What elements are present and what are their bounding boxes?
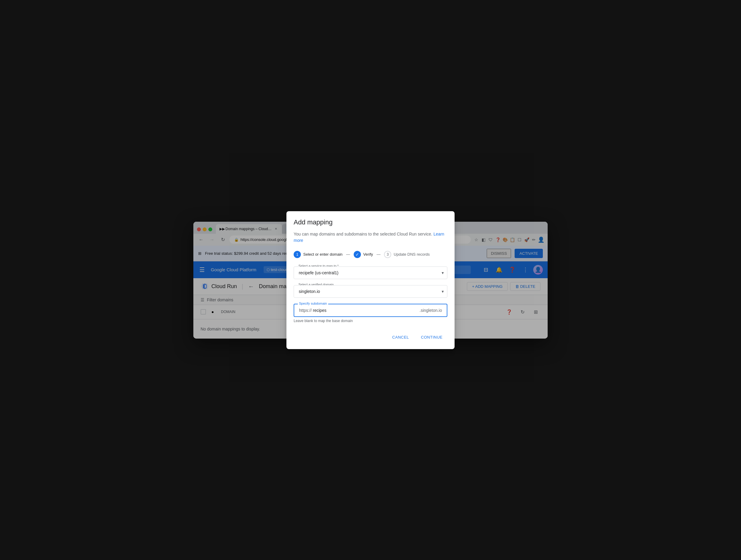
step-3-label: Update DNS records: [394, 252, 430, 257]
domain-select[interactable]: singleton.io: [294, 285, 447, 298]
dialog-actions: CANCEL CONTINUE: [294, 330, 447, 342]
step-sep-2: —: [377, 252, 381, 257]
dialog-overlay: Add mapping You can map domains and subd…: [0, 0, 741, 560]
steps-indicator: 1 Select or enter domain — ✓ Verify — 3 …: [294, 251, 447, 258]
service-select-wrapper: recipefe (us-central1) ▾: [294, 266, 447, 279]
subdomain-hint: Leave blank to map the base domain: [294, 319, 447, 323]
step-3: 3 Update DNS records: [384, 251, 430, 258]
dialog-description: You can map domains and subdomains to th…: [294, 231, 447, 244]
subdomain-prefix: https://: [299, 308, 312, 313]
service-field: Select a service to map to * recipefe (u…: [294, 266, 447, 279]
subdomain-input-wrapper: Specify subdomain https:// .singleton.io: [294, 304, 447, 317]
step-1-number: 1: [294, 251, 301, 258]
step-2-label: Verify: [363, 252, 373, 257]
add-mapping-dialog: Add mapping You can map domains and subd…: [286, 211, 455, 349]
service-select[interactable]: recipefe (us-central1): [294, 266, 447, 279]
dialog-title: Add mapping: [294, 219, 447, 226]
subdomain-field-label: Specify subdomain: [298, 302, 328, 305]
cancel-button[interactable]: CANCEL: [387, 332, 414, 342]
step-3-number: 3: [384, 251, 391, 258]
subdomain-suffix: .singleton.io: [419, 308, 442, 313]
step-sep-1: —: [346, 252, 350, 257]
subdomain-field: Specify subdomain https:// .singleton.io…: [294, 304, 447, 323]
step-1-label: Select or enter domain: [303, 252, 343, 257]
step-2-check-icon: ✓: [354, 251, 361, 258]
step-1: 1 Select or enter domain: [294, 251, 343, 258]
step-2: ✓ Verify: [354, 251, 373, 258]
subdomain-input[interactable]: [312, 308, 419, 313]
domain-field: Select a verified domain singleton.io ▾: [294, 285, 447, 298]
continue-button[interactable]: CONTINUE: [416, 332, 447, 342]
domain-select-wrapper: singleton.io ▾: [294, 285, 447, 298]
